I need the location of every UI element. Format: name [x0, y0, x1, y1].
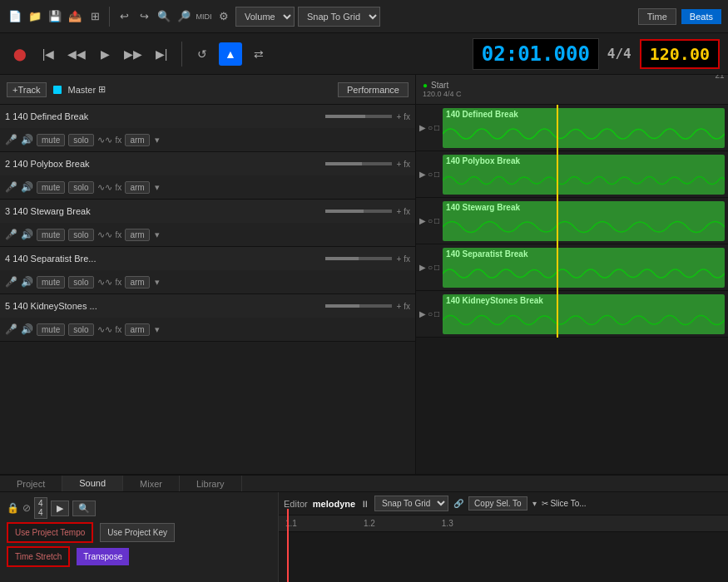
copy-sel-button[interactable]: Copy Sel. To: [468, 496, 527, 510]
track-speaker-icon-5[interactable]: 🔊: [21, 323, 33, 335]
lane-play-icon-5[interactable]: ▶: [419, 309, 426, 318]
track-dropdown-3[interactable]: ▾: [155, 229, 160, 240]
copy-sel-dropdown-icon[interactable]: ▾: [532, 499, 537, 508]
track-mic-icon-4[interactable]: 🎤: [5, 276, 17, 288]
track-fx-btn-3[interactable]: + fx: [397, 207, 410, 216]
fast-forward-button[interactable]: ▶▶: [121, 42, 145, 66]
lane-loop-icon-4[interactable]: ○: [428, 263, 433, 272]
time-sig-control[interactable]: 4 4: [34, 497, 47, 519]
add-track-button[interactable]: +Track: [7, 82, 47, 97]
track-mute-3[interactable]: mute: [37, 229, 65, 241]
tab-library[interactable]: Library: [180, 476, 242, 491]
new-icon[interactable]: 📄: [7, 8, 23, 25]
rewind-button[interactable]: ◀◀: [65, 42, 88, 66]
track-speaker-icon-3[interactable]: 🔊: [21, 229, 33, 240]
lane-play-icon-3[interactable]: ▶: [419, 216, 426, 225]
track-volume-4[interactable]: [325, 257, 392, 260]
track-mic-icon-2[interactable]: 🎤: [5, 181, 17, 193]
volume-dropdown[interactable]: Volume: [235, 7, 295, 27]
track-arm-5[interactable]: arm: [125, 323, 149, 336]
editor-content[interactable]: [279, 532, 728, 582]
play-button[interactable]: ▶: [93, 42, 116, 66]
open-icon[interactable]: 📁: [27, 8, 43, 25]
punch-button[interactable]: ⇄: [247, 42, 270, 66]
track-speaker-icon-4[interactable]: 🔊: [21, 276, 33, 288]
redo-icon[interactable]: ↪: [136, 8, 152, 25]
lock-icon[interactable]: 🔒: [7, 502, 19, 514]
settings-icon[interactable]: ⚙: [215, 8, 232, 25]
transpose-button[interactable]: Transpose: [77, 548, 129, 565]
snap-dropdown[interactable]: Snap To Grid: [298, 7, 380, 27]
track-solo-5[interactable]: solo: [68, 323, 93, 336]
goto-end-button[interactable]: ▶|: [150, 42, 173, 66]
lane-loop-icon-3[interactable]: ○: [428, 216, 433, 225]
track-mute-1[interactable]: mute: [37, 134, 65, 146]
lane-loop-icon-1[interactable]: ○: [428, 123, 433, 132]
tab-sound[interactable]: Sound: [62, 476, 123, 491]
search-small-button[interactable]: 🔍: [72, 501, 96, 516]
export-icon[interactable]: 📤: [67, 8, 83, 25]
lane-clip-icon-4[interactable]: □: [434, 263, 439, 272]
beats-button[interactable]: Beats: [681, 9, 721, 24]
use-project-tempo-button[interactable]: Use Project Tempo: [7, 522, 93, 543]
track-fx-btn-4[interactable]: + fx: [397, 254, 410, 264]
track-solo-3[interactable]: solo: [68, 229, 93, 241]
audio-clip-4[interactable]: 140 Separatist Break: [443, 248, 725, 288]
track-arm-4[interactable]: arm: [125, 276, 149, 289]
lane-play-icon-2[interactable]: ▶: [419, 170, 426, 179]
use-project-key-button[interactable]: Use Project Key: [100, 523, 175, 542]
track-fx-label-3[interactable]: fx: [116, 230, 122, 239]
track-solo-2[interactable]: solo: [68, 181, 93, 194]
save-icon[interactable]: 💾: [47, 8, 63, 25]
track-volume-2[interactable]: [325, 162, 392, 165]
zoom-icon[interactable]: 🔎: [176, 8, 192, 25]
search-icon[interactable]: 🔍: [156, 8, 172, 25]
track-fx-btn-5[interactable]: + fx: [397, 302, 410, 311]
time-button[interactable]: Time: [638, 8, 676, 25]
track-fx-label-1[interactable]: fx: [116, 136, 122, 145]
track-dropdown-5[interactable]: ▾: [155, 324, 160, 335]
track-solo-4[interactable]: solo: [68, 276, 93, 289]
lane-play-icon-1[interactable]: ▶: [419, 123, 426, 132]
lane-clip-icon-3[interactable]: □: [434, 216, 439, 225]
lane-loop-icon-5[interactable]: ○: [428, 309, 433, 318]
track-mic-icon-1[interactable]: 🎤: [5, 134, 17, 146]
editor-snap-dropdown[interactable]: Snap To Grid: [374, 496, 448, 511]
track-volume-1[interactable]: [325, 115, 392, 118]
track-volume-5[interactable]: [325, 304, 392, 308]
track-arm-2[interactable]: arm: [125, 181, 149, 194]
audio-clip-5[interactable]: 140 KidneyStones Break: [443, 294, 725, 334]
midi-icon[interactable]: MIDI: [196, 8, 212, 25]
track-speaker-icon-1[interactable]: 🔊: [21, 134, 33, 146]
track-fx-label-2[interactable]: fx: [116, 183, 122, 192]
track-dropdown-2[interactable]: ▾: [155, 182, 160, 193]
master-button[interactable]: Master ⊞: [68, 84, 106, 95]
record-button[interactable]: ⬤: [8, 42, 32, 66]
lane-loop-icon-2[interactable]: ○: [428, 170, 433, 179]
audio-clip-3[interactable]: 140 Stewarg Break: [443, 201, 725, 241]
timeline-panel[interactable]: ● Start 120.0 4/4 C 1 2 ▶ ○ □: [416, 75, 728, 474]
lane-play-icon-4[interactable]: ▶: [419, 263, 426, 272]
bpm-display[interactable]: 120.00: [640, 39, 720, 69]
track-mic-icon-5[interactable]: 🎤: [5, 323, 17, 335]
track-fx-label-4[interactable]: fx: [116, 278, 122, 287]
loop-button[interactable]: ↺: [191, 42, 214, 66]
track-fx-btn-2[interactable]: + fx: [397, 160, 410, 169]
lane-clip-icon-1[interactable]: □: [434, 123, 439, 132]
track-fx-label-5[interactable]: fx: [116, 325, 122, 334]
performance-button[interactable]: Performance: [338, 82, 409, 97]
time-stretch-button[interactable]: Time Stretch: [7, 546, 70, 567]
track-arm-1[interactable]: arm: [125, 134, 149, 146]
track-volume-3[interactable]: [325, 210, 392, 213]
track-fx-btn-1[interactable]: + fx: [397, 112, 410, 121]
slice-button[interactable]: ✂ Slice To...: [542, 499, 587, 508]
nosig-icon[interactable]: ⊘: [22, 502, 31, 514]
track-arm-3[interactable]: arm: [125, 229, 149, 241]
undo-icon[interactable]: ↩: [116, 8, 132, 25]
lane-clip-icon-5[interactable]: □: [434, 309, 439, 318]
track-dropdown-4[interactable]: ▾: [155, 277, 160, 288]
track-mic-icon-3[interactable]: 🎤: [5, 229, 17, 240]
tab-mixer[interactable]: Mixer: [123, 476, 180, 491]
goto-start-button[interactable]: |◀: [37, 42, 60, 66]
track-speaker-icon-2[interactable]: 🔊: [21, 181, 33, 193]
